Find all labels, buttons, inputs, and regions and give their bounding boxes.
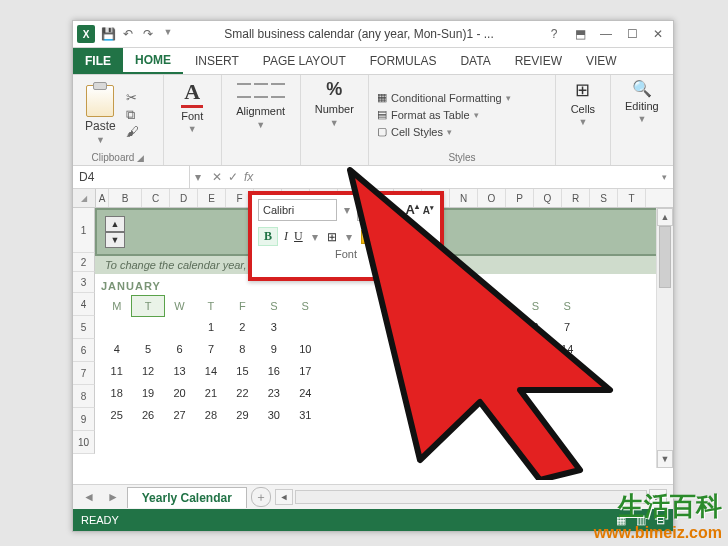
formula-expand-icon[interactable]: ▾	[662, 172, 673, 182]
cells-icon[interactable]: ⊞	[575, 79, 590, 101]
sheet-nav-prev-icon[interactable]: ◄	[79, 490, 99, 504]
month2-name	[393, 280, 583, 292]
font-size-dropdown-icon[interactable]: ▾	[389, 203, 401, 217]
percent-icon[interactable]: %	[326, 79, 342, 100]
font-label: Font	[181, 110, 203, 122]
row-header-9[interactable]: 9	[73, 408, 95, 431]
bold-button[interactable]: B	[258, 227, 278, 246]
column-header-S[interactable]: S	[590, 189, 618, 207]
font-name-input[interactable]: Calibri	[258, 199, 337, 221]
watermark: 生活百科 www.bimeiz.com	[594, 489, 722, 542]
italic-button[interactable]: I	[284, 229, 288, 244]
underline-button[interactable]: U	[294, 229, 303, 244]
alignment-icon[interactable]	[237, 79, 285, 102]
number-dropdown-icon[interactable]: ▼	[330, 118, 339, 128]
year-spinner[interactable]: ▲ ▼	[105, 216, 125, 248]
name-box-dropdown-icon[interactable]: ▾	[190, 170, 206, 184]
minimize-button[interactable]: —	[595, 24, 617, 44]
sheet-tab-yearly-calendar[interactable]: Yearly Calendar	[127, 487, 247, 508]
tab-page-layout[interactable]: PAGE LAYOUT	[251, 48, 358, 74]
increase-font-icon[interactable]: A▴	[405, 202, 418, 217]
font-color-dropdown-icon[interactable]: ▾	[419, 230, 431, 244]
status-ready: READY	[81, 514, 119, 526]
column-header-Q[interactable]: Q	[534, 189, 562, 207]
scroll-up-icon[interactable]: ▲	[657, 208, 673, 226]
column-header-A[interactable]: A	[96, 189, 109, 207]
column-header-T[interactable]: T	[618, 189, 646, 207]
borders-icon[interactable]: ⊞	[327, 230, 337, 244]
font-size-input[interactable]: 8	[357, 199, 385, 221]
format-painter-icon[interactable]: 🖌	[126, 125, 139, 138]
redo-icon[interactable]: ↷	[141, 27, 155, 41]
excel-icon: X	[77, 25, 95, 43]
font-name-dropdown-icon[interactable]: ▾	[341, 203, 353, 217]
borders-dropdown-icon[interactable]: ▾	[343, 230, 355, 244]
conditional-formatting-button[interactable]: ▦ Conditional Formatting ▾	[377, 91, 511, 104]
font-popup-label: Font	[258, 246, 434, 260]
editing-icon[interactable]: 🔍	[632, 79, 652, 98]
row-header-6[interactable]: 6	[73, 339, 95, 362]
column-header-C[interactable]: C	[142, 189, 170, 207]
enter-formula-icon[interactable]: ✓	[228, 170, 238, 184]
maximize-button[interactable]: ☐	[621, 24, 643, 44]
cell-styles-button[interactable]: ▢ Cell Styles ▾	[377, 125, 511, 138]
column-header-B[interactable]: B	[109, 189, 142, 207]
tab-file[interactable]: FILE	[73, 48, 123, 74]
spinner-down-icon[interactable]: ▼	[105, 232, 125, 248]
tab-home[interactable]: HOME	[123, 48, 183, 74]
copy-icon[interactable]: ⧉	[126, 108, 139, 121]
hscroll-left-icon[interactable]: ◄	[275, 489, 293, 505]
column-header-R[interactable]: R	[562, 189, 590, 207]
select-all-button[interactable]: ◢	[73, 189, 96, 207]
decrease-font-icon[interactable]: A▾	[423, 204, 434, 216]
month1-name: JANUARY	[101, 280, 321, 292]
save-icon[interactable]: 💾	[101, 27, 115, 41]
fx-icon[interactable]: fx	[244, 170, 253, 184]
format-as-table-button[interactable]: ▤ Format as Table ▾	[377, 108, 511, 121]
font-dropdown-icon[interactable]: ▼	[188, 124, 197, 134]
tab-insert[interactable]: INSERT	[183, 48, 251, 74]
column-header-O[interactable]: O	[478, 189, 506, 207]
vertical-scrollbar[interactable]: ▲ ▼	[656, 208, 673, 468]
cut-icon[interactable]: ✂	[126, 91, 139, 104]
row-header-1[interactable]: 1	[73, 208, 95, 253]
tab-formulas[interactable]: FORMULAS	[358, 48, 449, 74]
ribbon-options-icon[interactable]: ⬒	[569, 24, 591, 44]
help-icon[interactable]: ?	[543, 24, 565, 44]
row-header-3[interactable]: 3	[73, 272, 95, 293]
cells-dropdown-icon[interactable]: ▼	[578, 117, 587, 127]
undo-icon[interactable]: ↶	[121, 27, 135, 41]
editing-dropdown-icon[interactable]: ▼	[637, 114, 646, 124]
close-button[interactable]: ✕	[647, 24, 669, 44]
scroll-thumb[interactable]	[659, 226, 671, 288]
tab-review[interactable]: REVIEW	[503, 48, 574, 74]
scroll-down-icon[interactable]: ▼	[657, 450, 673, 468]
paste-dropdown-icon[interactable]: ▼	[96, 135, 105, 145]
font-color-button[interactable]: A	[401, 228, 414, 246]
tab-data[interactable]: DATA	[448, 48, 502, 74]
row-header-10[interactable]: 10	[73, 431, 95, 454]
row-header-4[interactable]: 4	[73, 293, 95, 316]
alignment-dropdown-icon[interactable]: ▼	[256, 120, 265, 130]
column-header-P[interactable]: P	[506, 189, 534, 207]
sheet-nav-next-icon[interactable]: ►	[103, 490, 123, 504]
fill-color-icon[interactable]	[361, 230, 377, 244]
column-header-D[interactable]: D	[170, 189, 198, 207]
row-header-7[interactable]: 7	[73, 362, 95, 385]
new-sheet-button[interactable]: ＋	[251, 487, 271, 507]
paste-button[interactable]: Paste ▼	[81, 83, 120, 147]
cells-label: Cells	[571, 103, 595, 115]
cancel-formula-icon[interactable]: ✕	[212, 170, 222, 184]
font-color-icon[interactable]: A	[181, 79, 203, 108]
row-header-8[interactable]: 8	[73, 385, 95, 408]
name-box[interactable]: D4	[73, 166, 190, 188]
qat-dropdown-icon[interactable]: ▼	[161, 27, 175, 41]
column-header-E[interactable]: E	[198, 189, 226, 207]
column-header-N[interactable]: N	[450, 189, 478, 207]
fill-dropdown-icon[interactable]: ▾	[383, 230, 395, 244]
spinner-up-icon[interactable]: ▲	[105, 216, 125, 232]
row-header-2[interactable]: 2	[73, 253, 95, 272]
row-header-5[interactable]: 5	[73, 316, 95, 339]
tab-view[interactable]: VIEW	[574, 48, 629, 74]
underline-dropdown-icon[interactable]: ▾	[309, 230, 321, 244]
